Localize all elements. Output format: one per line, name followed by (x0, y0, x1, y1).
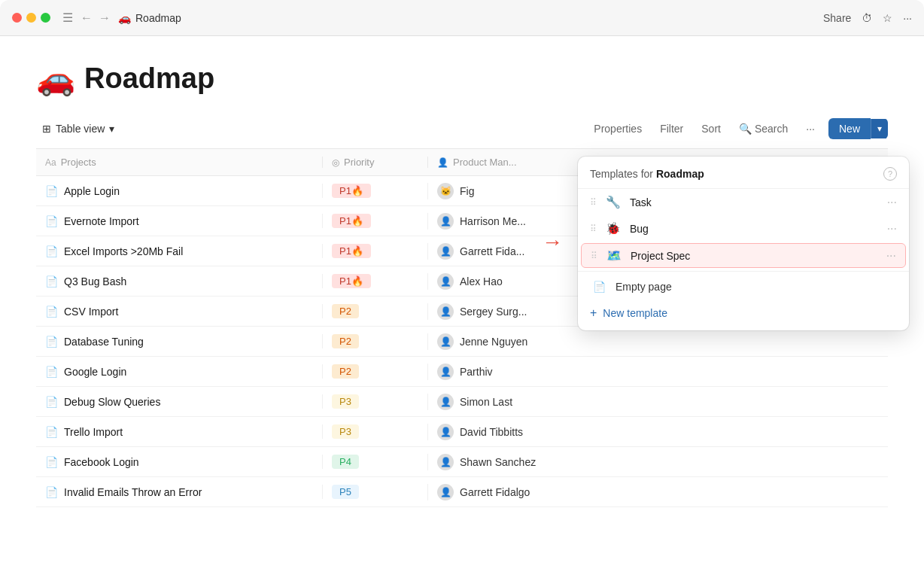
traffic-lights (12, 13, 50, 23)
forward-arrow-icon[interactable]: → (99, 11, 111, 25)
table-row[interactable]: 📄 Trello Import P3 👤 David Tibbitts (36, 417, 888, 447)
doc-icon: 📄 (45, 426, 58, 438)
column-header-priority: ◎ Priority (322, 157, 427, 168)
properties-button[interactable]: Properties (589, 120, 646, 138)
table-row[interactable]: 📄 Invalid Emails Throw an Error P5 👤 Gar… (36, 477, 888, 507)
doc-icon: 📄 (45, 486, 58, 498)
filter-button[interactable]: Filter (655, 120, 688, 138)
fullscreen-button[interactable] (41, 13, 50, 23)
avatar: 👤 (437, 213, 454, 230)
priority-icon: ◎ (332, 157, 339, 168)
template-more-icon[interactable]: ··· (887, 222, 897, 236)
share-button[interactable]: Share (823, 12, 851, 24)
avatar: 👤 (437, 364, 454, 380)
project-cell: 📄 Apple Login (36, 185, 322, 197)
sidebar-toggle-icon[interactable]: ☰ (62, 11, 73, 25)
template-item-left: ⠿ 🗺️ Project Spec (591, 248, 690, 263)
table-row[interactable]: 📄 Database Tuning P2 👤 Jenne Nguyen (36, 327, 888, 357)
project-cell: 📄 Trello Import (36, 426, 322, 438)
arrow-indicator: → (542, 230, 563, 254)
doc-icon: 📄 (45, 366, 58, 378)
template-more-icon[interactable]: ··· (887, 196, 897, 209)
person-icon: 👤 (437, 157, 448, 168)
minimize-button[interactable] (26, 13, 36, 23)
priority-cell: P2 (322, 334, 427, 348)
project-cell: 📄 Evernote Import (36, 215, 322, 227)
priority-badge: P3 (332, 424, 359, 439)
table-row[interactable]: 📄 Facebook Login P4 👤 Shawn Sanchez (36, 447, 888, 477)
priority-cell: P5 (322, 485, 427, 499)
priority-badge: P1🔥 (332, 244, 371, 258)
priority-cell: P2 (322, 364, 427, 379)
priority-cell: P1🔥 (322, 274, 427, 288)
template-item-task[interactable]: ⠿ 🔧 Task ··· (578, 189, 909, 215)
template-item-project-spec[interactable]: ⠿ 🗺️ Project Spec ··· (581, 243, 906, 268)
more-options-button[interactable]: ··· (801, 120, 819, 138)
doc-icon: 📄 (45, 185, 58, 197)
chevron-down-icon: ▾ (109, 123, 114, 135)
priority-cell: P3 (322, 424, 427, 439)
avatar: 👤 (437, 454, 454, 470)
project-cell: 📄 Excel Imports >20Mb Fail (36, 245, 322, 257)
new-template-button[interactable]: + New template (578, 299, 909, 330)
doc-icon: 📄 (45, 245, 58, 257)
new-template-label: New template (603, 307, 667, 319)
product-manager-name: Garrett Fidalgo (460, 486, 530, 498)
product-manager-cell: 👤 David Tibbitts (427, 424, 888, 440)
avatar: 👤 (437, 273, 454, 290)
product-manager-name: Garrett Fida... (460, 245, 524, 257)
template-name: Task (630, 196, 652, 208)
new-button[interactable]: New (828, 118, 871, 139)
template-items-container: ⠿ 🔧 Task ··· ⠿ 🐞 Bug ··· ⠿ 🗺️ Project Sp… (578, 189, 909, 268)
template-item-left: ⠿ 🐞 Bug (590, 221, 649, 236)
template-name: Project Spec (631, 250, 690, 262)
empty-page-item[interactable]: 📄 Empty page (578, 275, 909, 299)
heading-emoji: 🚗 (36, 60, 75, 97)
product-manager-name: Sergey Surg... (460, 306, 527, 318)
more-options-icon[interactable]: ··· (903, 12, 912, 24)
doc-icon: 📄 (45, 396, 58, 408)
new-button-chevron[interactable]: ▾ (871, 119, 888, 138)
template-emoji: 🗺️ (605, 248, 623, 263)
page-heading: 🚗 Roadmap (36, 60, 888, 97)
priority-cell: P4 (322, 455, 427, 469)
close-button[interactable] (12, 13, 22, 23)
table-view-button[interactable]: ⊞ Table view ▾ (36, 120, 120, 138)
template-item-bug[interactable]: ⠿ 🐞 Bug ··· (578, 215, 909, 242)
product-manager-name: Jenne Nguyen (460, 336, 527, 348)
product-manager-cell: 👤 Simon Last (427, 394, 888, 410)
priority-cell: P3 (322, 394, 427, 409)
sort-button[interactable]: Sort (697, 120, 725, 138)
doc-icon: 📄 (45, 275, 58, 287)
product-manager-cell: 👤 Parthiv (427, 364, 888, 380)
template-name: Bug (630, 223, 649, 235)
table-row[interactable]: 📄 Google Login P2 👤 Parthiv (36, 357, 888, 387)
text-icon: Aa (45, 157, 56, 168)
project-cell: 📄 Database Tuning (36, 336, 322, 348)
help-icon[interactable]: ? (883, 167, 897, 181)
project-cell: 📄 Q3 Bug Bash (36, 275, 322, 287)
priority-badge: P4 (332, 455, 359, 469)
product-manager-name: Parthiv (460, 366, 493, 378)
product-manager-cell: 👤 Jenne Nguyen (427, 333, 888, 350)
avatar: 👤 (437, 333, 454, 350)
table-row[interactable]: 📄 Debug Slow Queries P3 👤 Simon Last (36, 387, 888, 417)
back-arrow-icon[interactable]: ← (81, 11, 93, 25)
toolbar-left: ⊞ Table view ▾ (36, 120, 120, 138)
star-icon[interactable]: ☆ (883, 12, 892, 24)
product-manager-cell: 👤 Garrett Fidalgo (427, 484, 888, 500)
priority-badge: P1🔥 (332, 274, 371, 288)
empty-page-icon: 📄 (590, 281, 608, 293)
history-icon[interactable]: ⏱ (862, 12, 872, 24)
search-button[interactable]: 🔍 Search (734, 120, 792, 138)
priority-badge: P1🔥 (332, 184, 371, 198)
avatar: 🐱 (437, 183, 454, 199)
template-divider (578, 271, 909, 272)
doc-icon: 📄 (45, 306, 58, 318)
priority-badge: P3 (332, 394, 359, 409)
priority-cell: P1🔥 (322, 184, 427, 198)
project-cell: 📄 CSV Import (36, 306, 322, 318)
avatar: 👤 (437, 303, 454, 320)
title-bar-left: ☰ ← → 🚗 Roadmap (12, 11, 181, 25)
template-more-icon[interactable]: ··· (886, 249, 896, 263)
